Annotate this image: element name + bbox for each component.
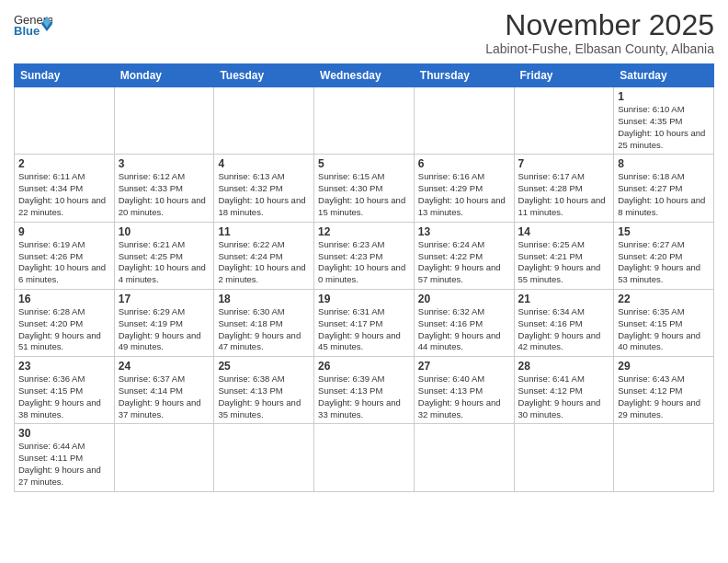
day-info: Sunrise: 6:19 AM Sunset: 4:26 PM Dayligh…: [18, 239, 110, 286]
day-number: 19: [318, 293, 410, 305]
table-row: 24Sunrise: 6:37 AM Sunset: 4:14 PM Dayli…: [114, 357, 214, 424]
day-number: 21: [518, 293, 610, 305]
day-info: Sunrise: 6:13 AM Sunset: 4:32 PM Dayligh…: [218, 171, 310, 218]
day-info: Sunrise: 6:38 AM Sunset: 4:13 PM Dayligh…: [218, 373, 310, 420]
table-row: 23Sunrise: 6:36 AM Sunset: 4:15 PM Dayli…: [15, 357, 115, 424]
table-row: 1Sunrise: 6:10 AM Sunset: 4:35 PM Daylig…: [614, 87, 714, 155]
table-row: 15Sunrise: 6:27 AM Sunset: 4:20 PM Dayli…: [614, 222, 714, 289]
table-row: [514, 424, 614, 491]
day-info: Sunrise: 6:32 AM Sunset: 4:16 PM Dayligh…: [418, 306, 510, 353]
table-row: 12Sunrise: 6:23 AM Sunset: 4:23 PM Dayli…: [314, 222, 415, 289]
table-row: 9Sunrise: 6:19 AM Sunset: 4:26 PM Daylig…: [15, 222, 115, 289]
calendar-week-row: 30Sunrise: 6:44 AM Sunset: 4:11 PM Dayli…: [15, 424, 714, 491]
header-wednesday: Wednesday: [314, 64, 415, 87]
day-info: Sunrise: 6:30 AM Sunset: 4:18 PM Dayligh…: [218, 306, 310, 353]
header-monday: Monday: [114, 64, 214, 87]
day-number: 8: [618, 157, 710, 170]
table-row: 19Sunrise: 6:31 AM Sunset: 4:17 PM Dayli…: [314, 289, 415, 356]
calendar-week-row: 9Sunrise: 6:19 AM Sunset: 4:26 PM Daylig…: [15, 222, 714, 289]
table-row: 18Sunrise: 6:30 AM Sunset: 4:18 PM Dayli…: [214, 289, 314, 356]
day-number: 27: [418, 360, 510, 373]
day-info: Sunrise: 6:27 AM Sunset: 4:20 PM Dayligh…: [618, 239, 710, 286]
table-row: [614, 424, 714, 491]
calendar-body: 1Sunrise: 6:10 AM Sunset: 4:35 PM Daylig…: [15, 87, 714, 492]
table-row: 8Sunrise: 6:18 AM Sunset: 4:27 PM Daylig…: [614, 155, 714, 222]
table-row: [15, 87, 115, 155]
day-info: Sunrise: 6:36 AM Sunset: 4:15 PM Dayligh…: [18, 373, 110, 420]
calendar-table: Sunday Monday Tuesday Wednesday Thursday…: [14, 63, 714, 492]
day-number: 30: [18, 427, 110, 440]
table-row: 25Sunrise: 6:38 AM Sunset: 4:13 PM Dayli…: [214, 357, 314, 424]
day-number: 11: [218, 225, 310, 238]
table-row: 3Sunrise: 6:12 AM Sunset: 4:33 PM Daylig…: [114, 155, 214, 222]
day-info: Sunrise: 6:15 AM Sunset: 4:30 PM Dayligh…: [318, 171, 410, 218]
table-row: [414, 87, 514, 155]
day-number: 2: [18, 157, 110, 170]
svg-text:Blue: Blue: [14, 24, 40, 37]
table-row: 14Sunrise: 6:25 AM Sunset: 4:21 PM Dayli…: [514, 222, 614, 289]
table-row: 26Sunrise: 6:39 AM Sunset: 4:13 PM Dayli…: [314, 357, 415, 424]
day-info: Sunrise: 6:39 AM Sunset: 4:13 PM Dayligh…: [318, 373, 410, 420]
day-number: 22: [618, 293, 710, 305]
day-number: 5: [318, 157, 410, 170]
calendar-week-row: 2Sunrise: 6:11 AM Sunset: 4:34 PM Daylig…: [15, 155, 714, 222]
weekday-header-row: Sunday Monday Tuesday Wednesday Thursday…: [15, 64, 714, 87]
logo: General Blue: [14, 9, 52, 37]
table-row: 5Sunrise: 6:15 AM Sunset: 4:30 PM Daylig…: [314, 155, 415, 222]
day-info: Sunrise: 6:10 AM Sunset: 4:35 PM Dayligh…: [618, 104, 710, 151]
table-row: 29Sunrise: 6:43 AM Sunset: 4:12 PM Dayli…: [614, 357, 714, 424]
table-row: 13Sunrise: 6:24 AM Sunset: 4:22 PM Dayli…: [414, 222, 514, 289]
table-row: [314, 424, 415, 491]
table-row: 22Sunrise: 6:35 AM Sunset: 4:15 PM Dayli…: [614, 289, 714, 356]
day-info: Sunrise: 6:43 AM Sunset: 4:12 PM Dayligh…: [618, 373, 710, 420]
day-number: 17: [119, 293, 210, 305]
day-number: 7: [518, 157, 610, 170]
table-row: [114, 424, 214, 491]
day-info: Sunrise: 6:41 AM Sunset: 4:12 PM Dayligh…: [518, 373, 610, 420]
day-number: 9: [18, 225, 110, 238]
table-row: 4Sunrise: 6:13 AM Sunset: 4:32 PM Daylig…: [214, 155, 314, 222]
day-info: Sunrise: 6:11 AM Sunset: 4:34 PM Dayligh…: [18, 171, 110, 218]
day-number: 29: [618, 360, 710, 373]
day-info: Sunrise: 6:18 AM Sunset: 4:27 PM Dayligh…: [618, 171, 710, 218]
day-info: Sunrise: 6:37 AM Sunset: 4:14 PM Dayligh…: [119, 373, 210, 420]
day-number: 20: [418, 293, 510, 305]
table-row: [414, 424, 514, 491]
day-number: 4: [218, 157, 310, 170]
day-info: Sunrise: 6:12 AM Sunset: 4:33 PM Dayligh…: [119, 171, 210, 218]
day-number: 12: [318, 225, 410, 238]
day-number: 24: [119, 360, 210, 373]
day-info: Sunrise: 6:23 AM Sunset: 4:23 PM Dayligh…: [318, 239, 410, 286]
calendar-week-row: 16Sunrise: 6:28 AM Sunset: 4:20 PM Dayli…: [15, 289, 714, 356]
day-info: Sunrise: 6:28 AM Sunset: 4:20 PM Dayligh…: [18, 306, 110, 353]
day-number: 6: [418, 157, 510, 170]
header-tuesday: Tuesday: [214, 64, 314, 87]
table-row: 6Sunrise: 6:16 AM Sunset: 4:29 PM Daylig…: [414, 155, 514, 222]
day-info: Sunrise: 6:16 AM Sunset: 4:29 PM Dayligh…: [418, 171, 510, 218]
calendar-week-row: 23Sunrise: 6:36 AM Sunset: 4:15 PM Dayli…: [15, 357, 714, 424]
table-row: 30Sunrise: 6:44 AM Sunset: 4:11 PM Dayli…: [15, 424, 115, 491]
table-row: 2Sunrise: 6:11 AM Sunset: 4:34 PM Daylig…: [15, 155, 115, 222]
table-row: [114, 87, 214, 155]
table-row: [314, 87, 415, 155]
table-row: [514, 87, 614, 155]
table-row: [214, 424, 314, 491]
table-row: 11Sunrise: 6:22 AM Sunset: 4:24 PM Dayli…: [214, 222, 314, 289]
table-row: 21Sunrise: 6:34 AM Sunset: 4:16 PM Dayli…: [514, 289, 614, 356]
page: General Blue November 2025 Labinot-Fushe…: [0, 0, 728, 563]
day-number: 18: [218, 293, 310, 305]
day-number: 26: [318, 360, 410, 373]
day-info: Sunrise: 6:44 AM Sunset: 4:11 PM Dayligh…: [18, 441, 110, 488]
day-info: Sunrise: 6:34 AM Sunset: 4:16 PM Dayligh…: [518, 306, 610, 353]
day-info: Sunrise: 6:31 AM Sunset: 4:17 PM Dayligh…: [318, 306, 410, 353]
day-number: 23: [18, 360, 110, 373]
table-row: 16Sunrise: 6:28 AM Sunset: 4:20 PM Dayli…: [15, 289, 115, 356]
header-thursday: Thursday: [414, 64, 514, 87]
day-number: 28: [518, 360, 610, 373]
day-number: 1: [618, 90, 710, 103]
day-info: Sunrise: 6:25 AM Sunset: 4:21 PM Dayligh…: [518, 239, 610, 286]
day-number: 15: [618, 225, 710, 238]
table-row: 10Sunrise: 6:21 AM Sunset: 4:25 PM Dayli…: [114, 222, 214, 289]
day-info: Sunrise: 6:24 AM Sunset: 4:22 PM Dayligh…: [418, 239, 510, 286]
day-info: Sunrise: 6:29 AM Sunset: 4:19 PM Dayligh…: [119, 306, 210, 353]
